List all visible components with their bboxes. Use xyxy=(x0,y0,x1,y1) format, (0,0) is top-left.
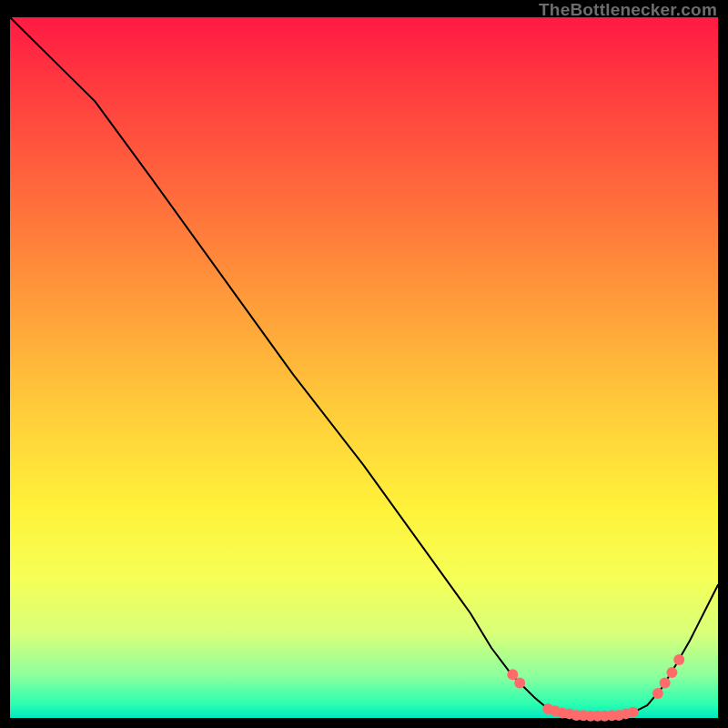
watermark-text: TheBottlenecker.com xyxy=(539,0,717,20)
curve-marker xyxy=(673,654,684,665)
curve-marker xyxy=(514,678,525,689)
curve-path xyxy=(10,17,718,716)
curve-marker xyxy=(660,678,671,689)
plot-area xyxy=(10,17,718,718)
chart-container: TheBottlenecker.com xyxy=(0,0,728,728)
curve-marker xyxy=(628,707,639,718)
curve-marker xyxy=(652,688,663,699)
curve-marker xyxy=(666,667,677,678)
bottleneck-curve xyxy=(10,17,718,718)
curve-marker xyxy=(507,669,518,680)
